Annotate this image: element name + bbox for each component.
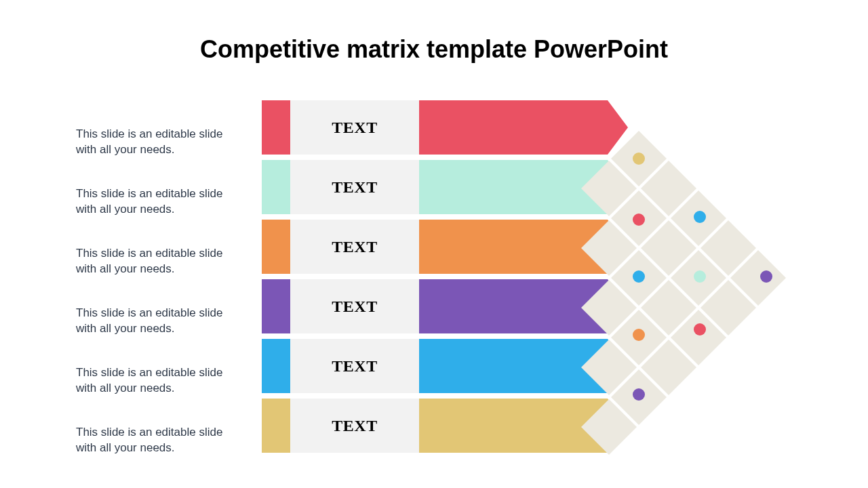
row-desc: This slide is an editable slide with all… bbox=[76, 411, 245, 470]
row-color-tab bbox=[262, 220, 290, 274]
row-label: TEXT bbox=[290, 100, 419, 155]
row-label: TEXT bbox=[290, 399, 419, 453]
arrow-rows: TEXT TEXT TEXT TEXT TEXT TEXT bbox=[262, 100, 628, 458]
arrow-row: TEXT bbox=[262, 160, 628, 214]
row-label: TEXT bbox=[290, 160, 419, 214]
arrow-row: TEXT bbox=[262, 220, 628, 274]
row-color-tab bbox=[262, 100, 290, 155]
matrix-dot bbox=[633, 214, 645, 226]
matrix-dot bbox=[760, 270, 772, 283]
row-desc: This slide is an editable slide with all… bbox=[76, 351, 245, 411]
diamond-matrix bbox=[594, 126, 797, 424]
row-desc: This slide is an editable slide with all… bbox=[76, 291, 245, 351]
row-label: TEXT bbox=[290, 279, 419, 333]
row-desc: This slide is an editable slide with all… bbox=[76, 172, 245, 232]
matrix-dot bbox=[633, 270, 645, 283]
matrix-dot bbox=[633, 152, 645, 165]
row-color-tab bbox=[262, 339, 290, 393]
matrix-dot bbox=[694, 211, 706, 223]
row-label: TEXT bbox=[290, 220, 419, 274]
arrow-row: TEXT bbox=[262, 100, 628, 155]
row-color-tab bbox=[262, 279, 290, 333]
page-title: Competitive matrix template PowerPoint bbox=[0, 35, 868, 64]
description-column: This slide is an editable slide with all… bbox=[76, 113, 245, 470]
matrix-dot bbox=[694, 270, 706, 283]
arrow-row: TEXT bbox=[262, 279, 628, 333]
row-desc: This slide is an editable slide with all… bbox=[76, 232, 245, 291]
matrix-dot bbox=[633, 329, 645, 341]
row-label: TEXT bbox=[290, 339, 419, 393]
row-desc: This slide is an editable slide with all… bbox=[76, 113, 245, 172]
matrix-dot bbox=[633, 388, 645, 401]
arrow-row: TEXT bbox=[262, 339, 628, 393]
row-color-tab bbox=[262, 160, 290, 214]
matrix-dot bbox=[694, 323, 706, 336]
row-color-tab bbox=[262, 399, 290, 453]
arrow-row: TEXT bbox=[262, 399, 628, 453]
